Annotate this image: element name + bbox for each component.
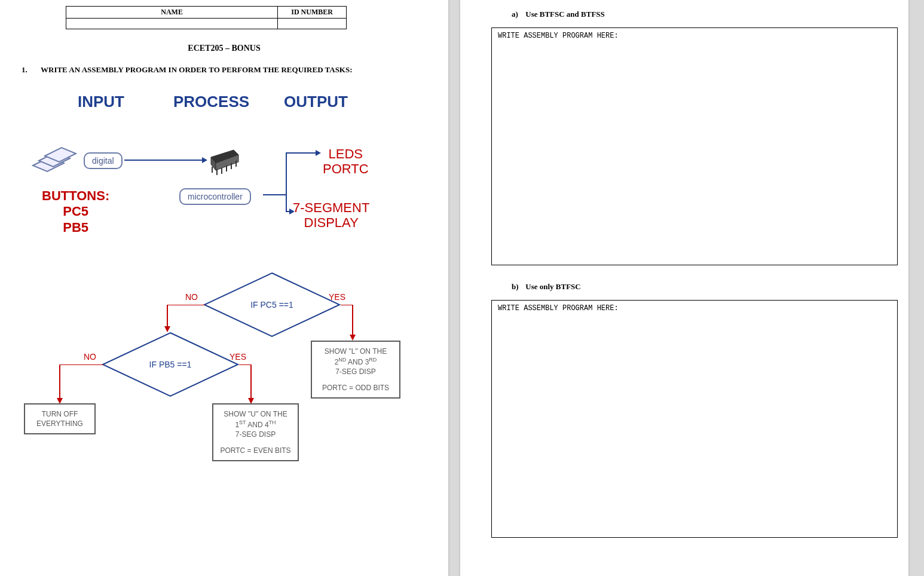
subquestion-a-text: Use BTFSC and BTFSS bbox=[525, 10, 605, 19]
ipo-arrow-split bbox=[286, 152, 287, 212]
flowchart: IF PC5 ==1 NO YES SHOW "L" ON THE 2ND AN… bbox=[24, 272, 412, 511]
decision-pb5: IF PB5 ==1 bbox=[102, 332, 239, 397]
question-number: 1. bbox=[22, 65, 30, 75]
label-no-2: NO bbox=[84, 352, 96, 361]
arrowhead-icon bbox=[202, 157, 207, 163]
microcontroller-icon bbox=[206, 146, 242, 175]
label-yes-2: YES bbox=[230, 352, 246, 361]
flow-line bbox=[239, 364, 257, 406]
buttons-labels: BUTTONS: PC5 PB5 bbox=[42, 188, 109, 235]
action-turn-off: TURN OFF EVERYTHING bbox=[24, 403, 96, 434]
action-show-L-l4: PORTC = ODD BITS bbox=[316, 383, 396, 393]
course-title: ECET205 – BONUS bbox=[18, 44, 430, 53]
output-7seg: 7-SEGMENT DISPLAY bbox=[293, 200, 369, 231]
decision-pc5: IF PC5 ==1 bbox=[203, 272, 341, 338]
digital-label: digital bbox=[84, 152, 123, 169]
question-text: WRITE AN ASSEMBLY PROGRAM IN ORDER TO PE… bbox=[41, 65, 353, 75]
action-show-U-l4: PORTC = EVEN BITS bbox=[217, 446, 294, 455]
flow-line bbox=[341, 305, 359, 341]
subquestion-a: a) Use BTFSC and BTFSS bbox=[512, 10, 891, 19]
buttons-pb5: PB5 bbox=[42, 220, 109, 235]
subquestion-b: b) Use only BTFSC bbox=[512, 282, 891, 292]
label-yes-1: YES bbox=[329, 292, 345, 302]
action-show-L-l2: 2ND AND 3RD bbox=[316, 356, 396, 367]
action-off-l2: EVERYTHING bbox=[29, 419, 91, 428]
arrowhead-icon bbox=[289, 209, 295, 215]
id-header: ID NUMBER bbox=[278, 7, 347, 19]
ipo-diagram: INPUT PROCESS OUTPUT digital bbox=[24, 93, 412, 260]
ipo-header-input: INPUT bbox=[78, 93, 124, 111]
name-cell[interactable] bbox=[66, 19, 278, 29]
output-7seg-l2: DISPLAY bbox=[293, 215, 369, 230]
codebox-b[interactable]: WRITE ASSEMBLY PROGRAM HERE: bbox=[491, 300, 898, 538]
codebox-a[interactable]: WRITE ASSEMBLY PROGRAM HERE: bbox=[491, 27, 898, 265]
label-no-1: NO bbox=[185, 292, 198, 302]
action-show-U-l3: 7-SEG DISP bbox=[217, 430, 294, 439]
name-id-table: NAME ID NUMBER bbox=[66, 6, 347, 29]
action-show-L: SHOW "L" ON THE 2ND AND 3RD 7-SEG DISP P… bbox=[311, 341, 400, 399]
action-show-U-l1: SHOW "U" ON THE bbox=[217, 409, 294, 419]
decision-pc5-text: IF PC5 ==1 bbox=[203, 272, 341, 338]
question-1: 1. WRITE AN ASSEMBLY PROGRAM IN ORDER TO… bbox=[18, 65, 430, 75]
ipo-arrow-1 bbox=[124, 160, 202, 161]
action-show-U-l2: 1ST AND 4TH bbox=[217, 419, 294, 430]
output-leds-l2: PORTC bbox=[323, 161, 369, 176]
action-off-l1: TURN OFF bbox=[29, 409, 91, 419]
id-cell[interactable] bbox=[278, 19, 347, 29]
microcontroller-label: microcontroller bbox=[179, 188, 251, 205]
action-show-L-l3: 7-SEG DISP bbox=[316, 367, 396, 376]
ipo-header-output: OUTPUT bbox=[284, 93, 348, 111]
ipo-arrow-stem bbox=[263, 194, 287, 195]
ipo-arrow-to-leds bbox=[286, 152, 316, 154]
output-leds-l1: LEDS bbox=[323, 146, 369, 161]
page-2: a) Use BTFSC and BTFSS WRITE ASSEMBLY PR… bbox=[460, 0, 908, 576]
output-leds: LEDS PORTC bbox=[323, 146, 369, 177]
flow-line bbox=[54, 364, 105, 406]
page-1: NAME ID NUMBER ECET205 – BONUS 1. WRITE … bbox=[0, 0, 448, 576]
arrowhead-icon bbox=[316, 150, 321, 156]
ipo-header-process: PROCESS bbox=[173, 93, 249, 111]
svg-marker-10 bbox=[350, 335, 356, 341]
output-7seg-l1: 7-SEGMENT bbox=[293, 200, 369, 215]
subquestion-b-text: Use only BTFSC bbox=[525, 282, 580, 291]
subquestion-a-label: a) bbox=[512, 10, 524, 19]
decision-pb5-text: IF PB5 ==1 bbox=[102, 332, 239, 397]
action-show-L-l1: SHOW "L" ON THE bbox=[316, 347, 396, 356]
buttons-pc5: PC5 bbox=[42, 204, 109, 219]
action-show-U: SHOW "U" ON THE 1ST AND 4TH 7-SEG DISP P… bbox=[212, 403, 299, 461]
subquestion-b-label: b) bbox=[512, 282, 524, 292]
buttons-icon bbox=[30, 146, 78, 175]
name-header: NAME bbox=[66, 7, 278, 19]
buttons-title: BUTTONS: bbox=[42, 188, 109, 204]
